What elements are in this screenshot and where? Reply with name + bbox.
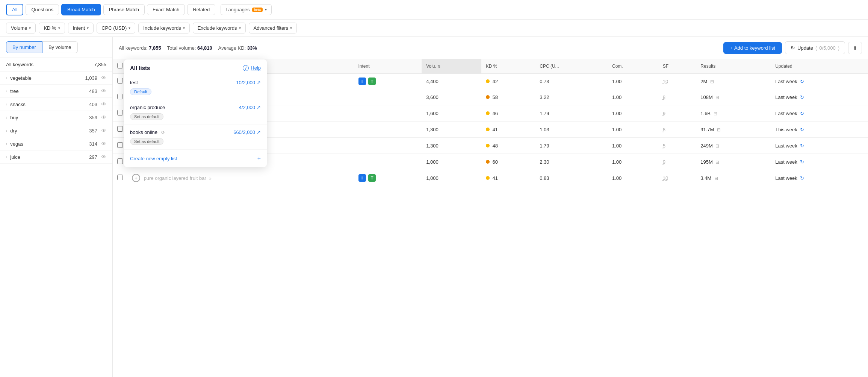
external-link-icon[interactable]: ↗ [257, 129, 261, 135]
eye-icon[interactable]: 👁 [101, 141, 106, 147]
by-number-btn[interactable]: By number [6, 41, 42, 53]
tab-related[interactable]: Related [187, 4, 215, 15]
list-item-books-online[interactable]: books online ⟳ 660/2,000 ↗ Set as defaul… [124, 125, 267, 150]
serp-icon[interactable]: ⊟ [715, 143, 719, 149]
intent-cell [354, 105, 422, 122]
sidebar-item-count: 1,039 [85, 75, 97, 81]
serp-icon[interactable]: ⊟ [714, 176, 718, 181]
com-cell: 1.00 [608, 74, 658, 89]
sort-icon: ⇅ [437, 64, 440, 68]
cpc-cell: 3.22 [535, 89, 608, 105]
kd-cell: 58 [481, 89, 535, 105]
sidebar-item-name: tree [10, 88, 18, 94]
advanced-chevron-icon: ▾ [290, 26, 292, 30]
results-column-header[interactable]: Results [696, 59, 771, 74]
sf-value: 9 [663, 159, 665, 165]
serp-icon[interactable]: ⊟ [710, 79, 714, 84]
kd-cell: 41 [481, 170, 535, 186]
sf-cell: 8 [658, 89, 696, 105]
intent-filter[interactable]: Intent ▾ [68, 23, 94, 33]
refresh-icon[interactable]: ↻ [800, 159, 804, 165]
advanced-filters[interactable]: Advanced filters ▾ [249, 23, 297, 33]
row-checkbox[interactable] [117, 158, 123, 164]
tab-questions[interactable]: Questions [26, 4, 59, 15]
eye-icon[interactable]: 👁 [101, 128, 106, 134]
sidebar-item-left: › tree [6, 88, 19, 94]
tab-phrase-match[interactable]: Phrase Match [103, 4, 145, 15]
com-cell: 1.00 [608, 122, 658, 138]
create-new-list-button[interactable]: Create new empty list + [124, 150, 267, 167]
external-link-icon[interactable]: ↗ [257, 105, 261, 110]
export-button[interactable]: ⬆ [848, 42, 862, 54]
sidebar-item[interactable]: › vegas 314 👁 [0, 137, 112, 150]
sidebar-item[interactable]: › snacks 403 👁 [0, 98, 112, 111]
tab-exact-match[interactable]: Exact Match [147, 4, 185, 15]
sidebar-item-name: vegas [10, 141, 23, 147]
sf-cell: 9 [658, 105, 696, 122]
eye-icon[interactable]: 👁 [101, 114, 106, 120]
list-item-test[interactable]: test 10/2,000 ↗ Default [124, 75, 267, 100]
sidebar-item[interactable]: › juice 297 👁 [0, 150, 112, 164]
sidebar-item[interactable]: › tree 483 👁 [0, 85, 112, 98]
include-keywords-filter[interactable]: Include keywords ▾ [138, 23, 189, 33]
sidebar-item[interactable]: › vegetable 1,039 👁 [0, 71, 112, 85]
export-icon: ⬆ [853, 45, 857, 51]
eye-icon[interactable]: 👁 [101, 88, 106, 94]
by-volume-btn[interactable]: By volume [42, 41, 78, 53]
row-checkbox[interactable] [117, 110, 123, 116]
row-checkbox[interactable] [117, 142, 123, 148]
refresh-icon[interactable]: ↻ [800, 175, 804, 181]
serp-icon[interactable]: ⊟ [717, 127, 721, 132]
list-item-header: organic produce 4/2,000 ↗ [130, 105, 261, 110]
eye-icon[interactable]: 👁 [101, 75, 106, 81]
sidebar-item[interactable]: › dry 357 👁 [0, 124, 112, 137]
exclude-keywords-filter[interactable]: Exclude keywords ▾ [193, 23, 246, 33]
languages-dropdown[interactable]: Languages beta ▾ [221, 4, 272, 15]
kd-column-header[interactable]: KD % [481, 59, 535, 74]
tab-all[interactable]: All [6, 4, 23, 15]
add-to-list-button[interactable]: + [132, 174, 140, 182]
select-all-checkbox[interactable] [117, 63, 123, 68]
refresh-icon[interactable]: ↻ [800, 143, 804, 149]
row-checkbox[interactable] [117, 126, 123, 132]
refresh-icon[interactable]: ↻ [800, 127, 804, 132]
help-button[interactable]: i Help [243, 65, 261, 71]
cpc-filter[interactable]: CPC (USD) ▾ [97, 23, 135, 33]
refresh-icon[interactable]: ↻ [800, 111, 804, 116]
sf-column-header[interactable]: SF [658, 59, 696, 74]
refresh-icon[interactable]: ↻ [800, 79, 804, 84]
list-item-organic-produce[interactable]: organic produce 4/2,000 ↗ Set as default [124, 100, 267, 125]
intent-badge-i: I [358, 78, 366, 85]
serp-icon[interactable]: ⊟ [714, 111, 717, 116]
set-default-badge[interactable]: Set as default [130, 113, 163, 120]
popup-box: All lists i Help test 10/2,000 ↗ [124, 59, 267, 167]
intent-column-header[interactable]: Intent [354, 59, 422, 74]
update-button[interactable]: ↻ Update ( 0/5,000 ) [785, 41, 845, 54]
row-checkbox[interactable] [117, 94, 123, 99]
tab-broad-match[interactable]: Broad Match [61, 4, 101, 15]
kd-filter[interactable]: KD % ▾ [39, 23, 65, 33]
exclude-chevron-icon: ▾ [239, 26, 241, 30]
serp-icon[interactable]: ⊟ [715, 160, 719, 165]
sf-value: 10 [663, 175, 668, 181]
serp-icon[interactable]: ⊟ [715, 95, 719, 100]
row-checkbox[interactable] [117, 175, 123, 180]
sf-value: 8 [663, 94, 665, 100]
add-to-keyword-list-button[interactable]: + Add to keyword list [723, 42, 782, 54]
refresh-icon[interactable]: ↻ [800, 94, 804, 100]
updated-column-header[interactable]: Updated [771, 59, 868, 74]
keyword-link[interactable]: pure organic layered fruit bar [144, 175, 206, 181]
sidebar-item[interactable]: › buy 359 👁 [0, 111, 112, 124]
volume-column-header[interactable]: Volu. ⇅ [422, 59, 481, 74]
expand-icon: › [6, 142, 7, 146]
actions-area: + Add to keyword list ↻ Update ( 0/5,000… [723, 41, 862, 54]
eye-icon[interactable]: 👁 [101, 101, 106, 107]
sidebar-item-left: › buy [6, 115, 18, 120]
eye-icon[interactable]: 👁 [101, 154, 106, 160]
volume-filter[interactable]: Volume ▾ [6, 23, 36, 33]
cpc-column-header[interactable]: CPC (U... [535, 59, 608, 74]
set-default-badge[interactable]: Set as default [130, 138, 163, 145]
external-link-icon[interactable]: ↗ [257, 80, 261, 85]
com-column-header[interactable]: Com. [608, 59, 658, 74]
row-checkbox[interactable] [117, 78, 123, 84]
